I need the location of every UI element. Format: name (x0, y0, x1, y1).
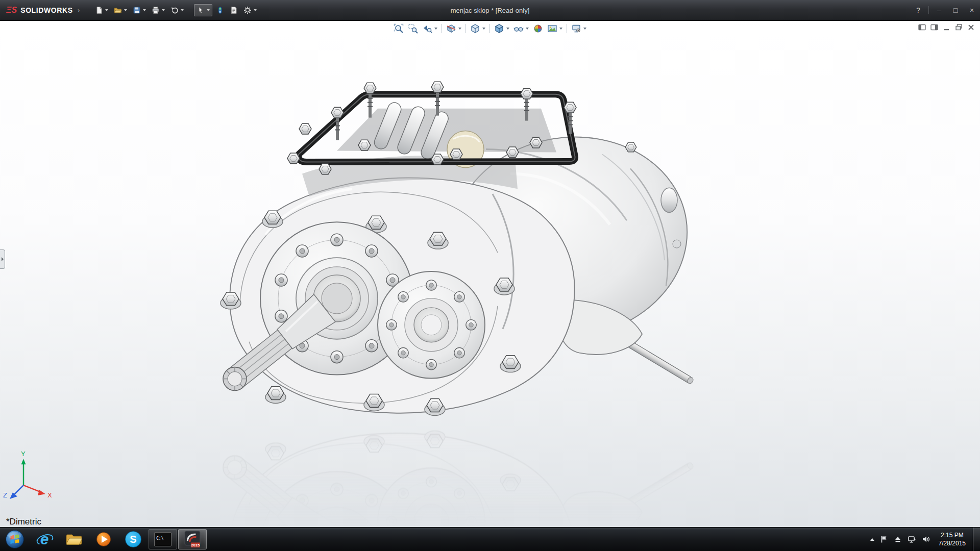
help-button[interactable]: ? (910, 0, 926, 20)
display-style-icon (494, 23, 504, 34)
divider (928, 6, 929, 14)
chevron-down-icon (124, 9, 127, 11)
action-center-button[interactable] (880, 535, 888, 543)
options-button[interactable] (241, 5, 259, 16)
new-document-button[interactable] (93, 5, 110, 16)
maximize-button[interactable]: □ (947, 0, 964, 20)
clock-time: 2:15 PM (941, 531, 964, 539)
zoom-to-fit-button[interactable] (392, 22, 405, 35)
feature-manager-collapsed-tab[interactable] (0, 249, 5, 269)
rebuild-button[interactable] (214, 5, 226, 16)
clock-date: 7/28/2015 (939, 539, 966, 547)
taskbar-apps: e (30, 528, 207, 551)
triad-y-label: Y (21, 450, 26, 458)
chevron-down-icon (143, 9, 146, 11)
doc-restore-button[interactable] (955, 23, 963, 31)
apply-scene-button[interactable] (546, 22, 564, 35)
divider (442, 24, 442, 33)
file-properties-button[interactable] (228, 5, 240, 16)
chevron-down-icon (207, 9, 210, 11)
show-hidden-icons-button[interactable] (870, 538, 874, 541)
title-bar: ΞS SOLIDWORKS › (0, 0, 980, 21)
restore-icon (955, 23, 963, 31)
windows-orb-icon (5, 529, 25, 549)
view-orientation-cube-icon (470, 23, 480, 34)
quick-access-toolbar (93, 4, 259, 16)
solidworks-window: ΞS SOLIDWORKS › (0, 0, 980, 551)
pane-right-icon (930, 23, 938, 31)
divider (489, 24, 490, 33)
menu-expand-chevron-icon[interactable]: › (78, 6, 80, 14)
solidworks-version-badge: 2015 (191, 543, 200, 547)
network-icon (908, 535, 916, 543)
doc-minimize-button[interactable] (943, 23, 950, 31)
zoom-to-area-button[interactable] (406, 22, 420, 35)
view-orientation-label: *Dimetric (6, 517, 41, 527)
new-document-icon (95, 6, 103, 14)
taskbar-skype[interactable]: S (119, 529, 148, 549)
chevron-down-icon (181, 9, 184, 11)
taskbar-internet-explorer[interactable]: e (30, 529, 59, 549)
save-icon (133, 6, 141, 14)
select-arrow-icon (197, 6, 205, 14)
display-style-button[interactable] (493, 22, 511, 35)
doc-close-button[interactable] (967, 23, 975, 31)
triad-x-label: X (47, 491, 52, 499)
folder-icon (65, 532, 83, 546)
floor-reflection (220, 431, 702, 527)
chevron-down-icon (526, 28, 529, 30)
open-button[interactable] (112, 5, 129, 16)
save-button[interactable] (131, 5, 148, 16)
view-settings-button[interactable] (570, 22, 588, 35)
3d-scene[interactable]: Y X Z (0, 21, 980, 527)
system-tray: 2:15 PM 7/28/2015 (866, 528, 973, 551)
section-view-button[interactable] (445, 22, 463, 35)
remove-hardware-button[interactable] (894, 535, 902, 543)
print-icon (152, 6, 160, 14)
document-title: menjac sklop * [Read-only] (451, 7, 530, 14)
chevron-down-icon (458, 28, 461, 30)
appearance-ball-icon (533, 23, 543, 34)
chevron-down-icon (162, 9, 165, 11)
edit-appearance-button[interactable] (531, 22, 545, 35)
zoom-to-fit-icon (394, 23, 404, 34)
taskbar-command-prompt[interactable]: C:\ (149, 529, 177, 549)
network-button[interactable] (908, 535, 916, 543)
taskbar-clock[interactable]: 2:15 PM 7/28/2015 (936, 531, 969, 547)
chevron-right-icon (2, 257, 4, 261)
taskbar-windows-explorer[interactable] (60, 529, 88, 549)
internet-explorer-icon: e (36, 531, 53, 548)
taskbar-solidworks[interactable]: 2015 (178, 529, 207, 549)
minimize-button[interactable]: – (931, 0, 947, 20)
document-window-controls (918, 23, 975, 31)
view-settings-icon (571, 23, 581, 34)
start-button[interactable] (0, 528, 30, 551)
chevron-up-icon (870, 538, 874, 541)
brand-name: SOLIDWORKS (20, 6, 72, 14)
graphics-area[interactable]: Y X Z (0, 21, 980, 527)
chevron-down-icon (434, 28, 437, 30)
print-button[interactable] (150, 5, 167, 16)
close-button[interactable]: × (964, 0, 980, 20)
media-player-icon (95, 531, 112, 547)
hide-show-items-button[interactable] (512, 22, 530, 35)
pane-left-button[interactable] (918, 23, 926, 31)
gearbox-assembly-model[interactable] (220, 82, 702, 415)
heads-up-view-toolbar (392, 22, 588, 35)
previous-view-icon (422, 23, 432, 34)
zoom-to-area-icon (408, 23, 418, 34)
volume-button[interactable] (922, 535, 930, 543)
eyeglasses-icon (513, 23, 524, 34)
select-button[interactable] (194, 4, 212, 16)
solidworks-app-icon: 2015 (184, 531, 201, 548)
chevron-down-icon (559, 28, 562, 30)
view-orientation-button[interactable] (469, 22, 487, 35)
previous-view-button[interactable] (421, 22, 439, 35)
pane-right-button[interactable] (930, 23, 938, 31)
show-desktop-button[interactable] (973, 528, 980, 551)
taskbar-media-player[interactable] (89, 529, 118, 549)
triad-z-label: Z (3, 491, 7, 499)
open-folder-icon (114, 6, 122, 14)
undo-button[interactable] (168, 5, 186, 16)
divider (465, 24, 466, 33)
